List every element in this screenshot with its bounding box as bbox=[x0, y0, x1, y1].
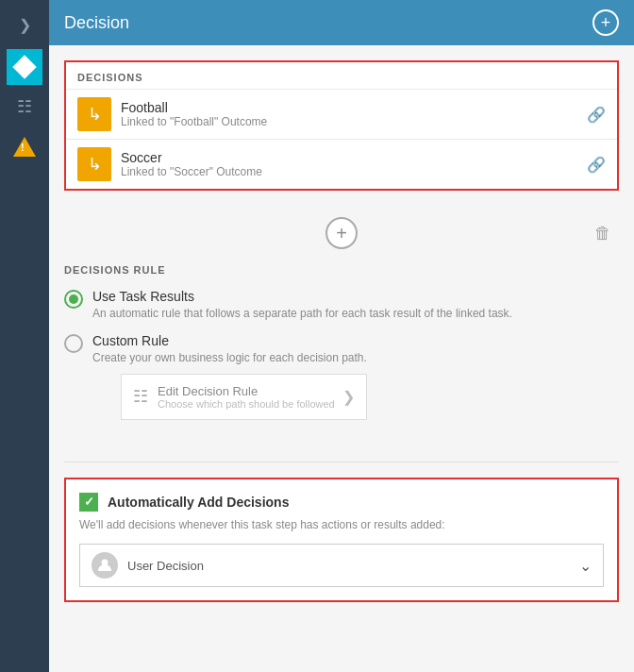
sidebar-item-decision[interactable] bbox=[7, 49, 42, 85]
decision-icon-soccer: ↳ bbox=[77, 147, 111, 181]
radio-desc: Create your own business logic for each … bbox=[92, 350, 367, 366]
decisions-section-label: DECISIONS bbox=[66, 62, 617, 89]
decision-sub: Linked to "Soccer" Outcome bbox=[121, 165, 587, 178]
checkmark-icon: ✓ bbox=[84, 495, 94, 509]
radio-circle-task-results[interactable] bbox=[64, 290, 83, 309]
edit-rule-text: Edit Decision Rule Choose which path sho… bbox=[158, 384, 342, 410]
radio-desc: An automatic rule that follows a separat… bbox=[92, 306, 512, 322]
list-item: ↳ Soccer Linked to "Soccer" Outcome 🔗 bbox=[66, 139, 617, 189]
decision-sub: Linked to "Football" Outcome bbox=[121, 115, 587, 128]
diamond-icon bbox=[12, 55, 36, 78]
decision-text-soccer: Soccer Linked to "Soccer" Outcome bbox=[121, 150, 587, 178]
user-icon bbox=[92, 552, 118, 579]
decisions-section: DECISIONS ↳ Football Linked to "Football… bbox=[64, 60, 619, 191]
header-add-button[interactable]: + bbox=[592, 9, 619, 36]
edit-decision-rule-button[interactable]: ☷ Edit Decision Rule Choose which path s… bbox=[121, 374, 367, 420]
radio-circle-custom-rule[interactable] bbox=[64, 334, 83, 353]
dropdown-label: User Decision bbox=[127, 559, 579, 573]
decision-icon-football: ↳ bbox=[77, 97, 111, 131]
link-icon-soccer[interactable]: 🔗 bbox=[587, 156, 606, 174]
arrow-icon: ↳ bbox=[88, 154, 102, 175]
action-row: + 🗑 bbox=[64, 206, 619, 260]
sidebar-item-warning[interactable] bbox=[7, 128, 42, 164]
plus-icon: + bbox=[601, 13, 611, 33]
radio-inner bbox=[69, 294, 78, 304]
chevron-right-icon: ❯ bbox=[19, 16, 31, 34]
radio-label-group-custom-rule: Custom Rule Create your own business log… bbox=[92, 333, 367, 420]
add-decision-button[interactable]: + bbox=[325, 217, 358, 249]
plus-icon: + bbox=[336, 223, 347, 244]
grid-icon: ☷ bbox=[133, 386, 148, 407]
radio-label-group-task-results: Use Task Results An automatic rule that … bbox=[92, 289, 512, 322]
header: Decision + bbox=[49, 0, 634, 45]
edit-rule-title: Edit Decision Rule bbox=[158, 384, 342, 398]
trash-icon: 🗑 bbox=[594, 224, 611, 243]
decision-name: Football bbox=[121, 100, 587, 115]
sidebar: ❯ ☷ bbox=[0, 0, 49, 672]
chevron-down-icon: ⌄ bbox=[579, 557, 592, 575]
auto-add-checkbox[interactable]: ✓ bbox=[79, 493, 98, 512]
chevron-right-icon: ❯ bbox=[342, 388, 355, 406]
divider bbox=[64, 462, 619, 462]
edit-rule-sub: Choose which path should be followed bbox=[158, 398, 342, 410]
table-icon: ☷ bbox=[17, 96, 32, 117]
sidebar-collapse-button[interactable]: ❯ bbox=[8, 8, 42, 42]
list-item: ↳ Football Linked to "Football" Outcome … bbox=[66, 89, 617, 139]
content-area: DECISIONS ↳ Football Linked to "Football… bbox=[49, 45, 634, 672]
auto-add-title: Automatically Add Decisions bbox=[108, 495, 289, 510]
radio-label: Custom Rule bbox=[92, 333, 367, 348]
delete-button[interactable]: 🗑 bbox=[594, 224, 611, 244]
user-decision-dropdown[interactable]: User Decision ⌄ bbox=[79, 544, 604, 587]
decision-name: Soccer bbox=[121, 150, 587, 165]
auto-add-desc: We'll add decisions whenever this task s… bbox=[79, 517, 604, 533]
auto-add-header: ✓ Automatically Add Decisions bbox=[79, 493, 604, 512]
auto-add-section: ✓ Automatically Add Decisions We'll add … bbox=[64, 478, 619, 603]
radio-label: Use Task Results bbox=[92, 289, 512, 304]
main-panel: Decision + DECISIONS ↳ Football Linked t… bbox=[49, 0, 634, 672]
radio-use-task-results[interactable]: Use Task Results An automatic rule that … bbox=[64, 289, 619, 322]
link-icon-football[interactable]: 🔗 bbox=[587, 106, 606, 124]
sidebar-item-table[interactable]: ☷ bbox=[7, 89, 42, 125]
warning-icon bbox=[13, 137, 36, 157]
page-title: Decision bbox=[64, 13, 592, 33]
decisions-rule-section: DECISIONS RULE Use Task Results An autom… bbox=[64, 260, 619, 446]
arrow-icon: ↳ bbox=[88, 104, 102, 125]
radio-custom-rule[interactable]: Custom Rule Create your own business log… bbox=[64, 333, 619, 420]
decisions-rule-label: DECISIONS RULE bbox=[64, 264, 619, 276]
decision-text-football: Football Linked to "Football" Outcome bbox=[121, 100, 587, 128]
